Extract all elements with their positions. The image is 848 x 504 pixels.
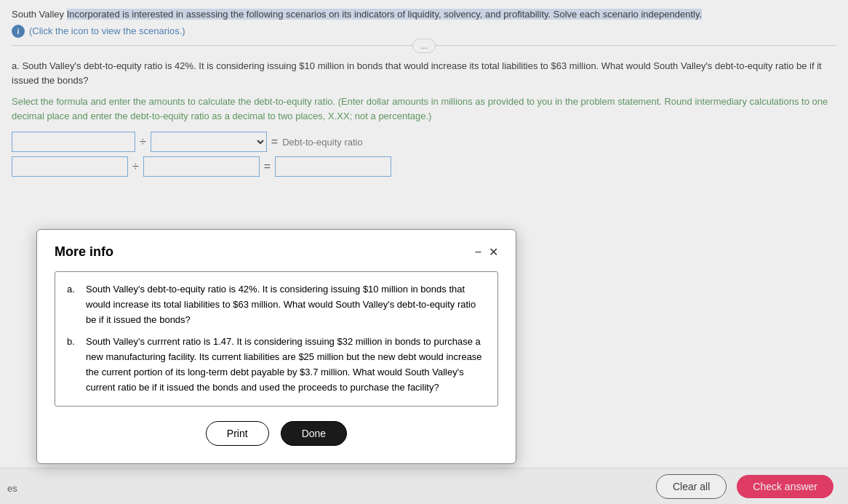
modal-header: More info − ✕ xyxy=(55,244,498,260)
item-a-label: a. xyxy=(67,282,80,327)
modal-minimize-button[interactable]: − xyxy=(475,247,481,258)
item-b-text: South Valley's currrent ratio is 1.47. I… xyxy=(86,335,486,395)
modal-content-box: a. South Valley's debt-to-equity ratio i… xyxy=(55,271,498,407)
modal-item-a: a. South Valley's debt-to-equity ratio i… xyxy=(67,282,486,327)
modal-close-button[interactable]: ✕ xyxy=(489,247,498,258)
modal-title: More info xyxy=(55,244,113,260)
modal-footer: Print Done xyxy=(55,421,498,446)
print-button[interactable]: Print xyxy=(206,421,269,446)
item-b-label: b. xyxy=(67,335,80,395)
more-info-modal: More info − ✕ a. South Valley's debt-to-… xyxy=(36,229,516,464)
done-button[interactable]: Done xyxy=(281,421,347,446)
modal-item-b: b. South Valley's currrent ratio is 1.47… xyxy=(67,335,486,395)
item-a-text: South Valley's debt-to-equity ratio is 4… xyxy=(86,282,486,327)
modal-controls: − ✕ xyxy=(475,247,498,258)
